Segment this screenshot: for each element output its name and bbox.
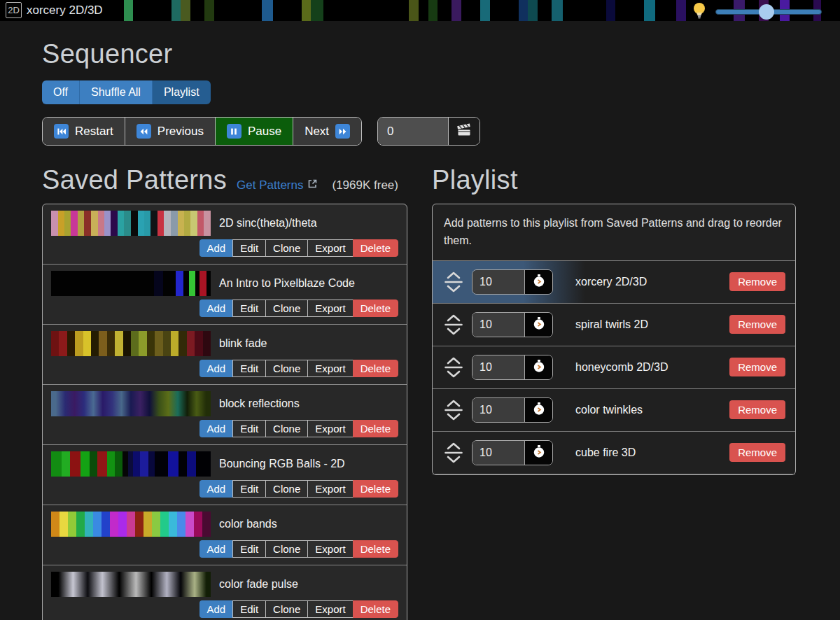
playlist-section: Playlist Add patterns to this playlist f… xyxy=(432,165,796,475)
export-button[interactable]: Export xyxy=(307,600,353,618)
clone-button[interactable]: Clone xyxy=(265,300,308,317)
fast-forward-icon xyxy=(335,124,350,139)
sequence-counter-group xyxy=(377,117,480,146)
clone-button[interactable]: Clone xyxy=(265,239,308,257)
export-button[interactable]: Export xyxy=(307,420,353,437)
duration-group xyxy=(472,355,553,380)
duration-timer-button[interactable] xyxy=(524,355,552,379)
get-patterns-link[interactable]: Get Patterns xyxy=(237,178,318,192)
add-button[interactable]: Add xyxy=(200,239,234,257)
export-button[interactable]: Export xyxy=(307,300,353,317)
saved-patterns-section: Saved Patterns Get Patterns (1969K free) xyxy=(42,165,407,620)
add-button[interactable]: Add xyxy=(200,540,234,558)
add-button[interactable]: Add xyxy=(200,420,234,437)
brightness-slider-thumb[interactable] xyxy=(759,4,774,20)
add-button[interactable]: Add xyxy=(200,360,234,377)
get-patterns-label: Get Patterns xyxy=(237,178,303,192)
delete-button[interactable]: Delete xyxy=(353,480,398,498)
clone-button[interactable]: Clone xyxy=(265,540,308,558)
duration-group xyxy=(472,269,553,295)
edit-button[interactable]: Edit xyxy=(232,300,266,317)
playback-controls: Restart Previous Pause xyxy=(42,117,362,146)
playlist-item-name: xorcery 2D/3D xyxy=(575,276,729,288)
pattern-row: color fade pulse Add Edit Clone Export D… xyxy=(43,565,407,620)
stopwatch-icon xyxy=(533,444,545,460)
remove-button[interactable]: Remove xyxy=(729,358,785,376)
add-button[interactable]: Add xyxy=(200,480,234,498)
clone-button[interactable]: Clone xyxy=(265,420,308,437)
remove-button[interactable]: Remove xyxy=(729,400,785,419)
edit-button[interactable]: Edit xyxy=(232,420,266,437)
drag-handle-icon[interactable] xyxy=(441,441,466,465)
drag-handle-icon[interactable] xyxy=(441,313,466,337)
pattern-name: An Intro to Pixelblaze Code xyxy=(219,277,355,290)
duration-input[interactable] xyxy=(472,398,524,422)
delete-button[interactable]: Delete xyxy=(353,360,398,377)
pattern-type-badge: 2D xyxy=(6,2,22,18)
clone-button[interactable]: Clone xyxy=(265,600,308,618)
remove-button[interactable]: Remove xyxy=(729,315,785,334)
brightness-bulb-icon xyxy=(692,1,707,22)
export-button[interactable]: Export xyxy=(307,540,353,558)
edit-button[interactable]: Edit xyxy=(232,600,266,618)
remove-button[interactable]: Remove xyxy=(729,443,785,462)
playlist-row: honeycomb 2D/3D Remove xyxy=(433,346,795,389)
pattern-name: block reflections xyxy=(219,397,300,410)
mode-tab-off[interactable]: Off xyxy=(42,80,80,104)
next-button[interactable]: Next xyxy=(293,118,361,145)
drag-handle-icon[interactable] xyxy=(441,355,466,379)
add-button[interactable]: Add xyxy=(200,300,234,317)
external-link-icon xyxy=(307,178,318,192)
clone-button[interactable]: Clone xyxy=(265,480,308,498)
export-button[interactable]: Export xyxy=(307,360,353,377)
duration-input[interactable] xyxy=(472,355,524,379)
edit-button[interactable]: Edit xyxy=(232,239,266,257)
duration-input[interactable] xyxy=(472,270,524,294)
previous-button[interactable]: Previous xyxy=(125,118,216,145)
pause-button[interactable]: Pause xyxy=(216,118,293,145)
drag-handle-icon[interactable] xyxy=(441,398,466,422)
duration-timer-button[interactable] xyxy=(524,441,552,465)
edit-button[interactable]: Edit xyxy=(232,540,266,558)
brightness-slider[interactable] xyxy=(715,3,822,21)
edit-button[interactable]: Edit xyxy=(232,480,266,498)
pattern-preview-image xyxy=(51,572,211,597)
delete-button[interactable]: Delete xyxy=(353,600,398,618)
pattern-name: blink fade xyxy=(219,337,267,350)
mode-tab-shuffle-all[interactable]: Shuffle All xyxy=(80,80,153,104)
pattern-row: 2D sinc(theta)/theta Add Edit Clone Expo… xyxy=(43,204,407,265)
restart-button[interactable]: Restart xyxy=(43,118,125,145)
playlist-row: xorcery 2D/3D Remove xyxy=(433,261,795,304)
sequence-counter-input[interactable] xyxy=(378,118,448,145)
pause-label: Pause xyxy=(248,125,281,139)
edit-button[interactable]: Edit xyxy=(232,360,266,377)
pattern-preview-image xyxy=(51,512,211,537)
remove-button[interactable]: Remove xyxy=(729,272,785,291)
export-button[interactable]: Export xyxy=(307,239,353,257)
delete-button[interactable]: Delete xyxy=(353,540,398,558)
counter-action-button[interactable] xyxy=(448,118,479,145)
playlist-panel: Add patterns to this playlist from Saved… xyxy=(432,204,796,475)
delete-button[interactable]: Delete xyxy=(353,300,398,317)
stopwatch-icon xyxy=(533,316,545,332)
duration-timer-button[interactable] xyxy=(524,313,552,337)
top-bar: 2D xorcery 2D/3D xyxy=(0,0,840,21)
delete-button[interactable]: Delete xyxy=(353,239,398,257)
saved-patterns-list: 2D sinc(theta)/theta Add Edit Clone Expo… xyxy=(42,204,407,620)
pattern-name: Bouncing RGB Balls - 2D xyxy=(219,458,345,470)
duration-input[interactable] xyxy=(472,313,524,337)
duration-timer-button[interactable] xyxy=(524,398,552,422)
drag-handle-icon[interactable] xyxy=(441,270,466,294)
pattern-row: An Intro to Pixelblaze Code Add Edit Clo… xyxy=(43,265,407,325)
delete-button[interactable]: Delete xyxy=(353,420,398,437)
mode-tab-playlist[interactable]: Playlist xyxy=(153,80,211,104)
add-button[interactable]: Add xyxy=(200,600,234,618)
sequencer-mode-tabs: Off Shuffle All Playlist xyxy=(42,80,211,104)
clone-button[interactable]: Clone xyxy=(265,360,308,377)
pattern-preview-image xyxy=(51,271,211,296)
pattern-preview-image xyxy=(51,331,211,356)
playlist-hint-text: Add patterns to this playlist from Saved… xyxy=(433,204,795,261)
duration-input[interactable] xyxy=(472,441,524,465)
export-button[interactable]: Export xyxy=(307,480,353,498)
duration-timer-button[interactable] xyxy=(524,270,552,294)
